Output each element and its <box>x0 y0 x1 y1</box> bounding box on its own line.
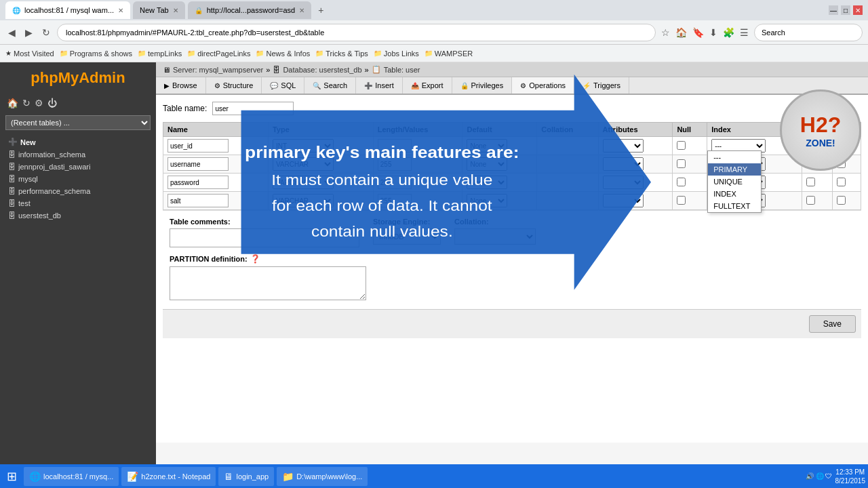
minimize-button[interactable]: — <box>829 5 838 15</box>
table-name-input[interactable] <box>212 102 294 115</box>
default-password[interactable]: None <box>467 176 507 189</box>
back-button[interactable]: ◀ <box>5 26 18 39</box>
download-icon[interactable]: ⬇ <box>708 26 719 39</box>
table-comments-input[interactable] <box>170 228 359 247</box>
tab-insert[interactable]: ➕ Insert <box>356 77 403 94</box>
field-name-username[interactable] <box>167 157 229 171</box>
field-name-password[interactable] <box>167 176 229 189</box>
default-userid[interactable]: None <box>467 139 507 152</box>
tab-close-second[interactable]: ✕ <box>299 7 304 14</box>
type-select-username[interactable]: VARCHARINT <box>273 157 334 171</box>
jobs-icon: 📁 <box>374 49 382 57</box>
attr-salt[interactable] <box>603 194 644 207</box>
attr-username[interactable] <box>603 157 644 171</box>
breadcrumb-table[interactable]: Table: user <box>384 66 420 74</box>
tab-close-new[interactable]: ✕ <box>173 7 178 14</box>
bookmark-jobs[interactable]: 📁 Jobs Links <box>374 49 419 58</box>
type-select-userid[interactable]: INTVARCHAR <box>273 139 334 152</box>
length-salt[interactable] <box>378 194 412 207</box>
tab-active[interactable]: 🌐 localhost:81 / mysql wam... ✕ <box>5 1 130 19</box>
pma-db-new[interactable]: ➕ New <box>0 136 156 148</box>
taskbar-item-3[interactable]: 📁 D:\wamp\www\log... <box>277 467 368 486</box>
start-button[interactable]: ⊞ <box>3 469 21 484</box>
tab-search[interactable]: 🔍 Search <box>304 77 356 94</box>
star-icon[interactable]: ☆ <box>660 26 671 39</box>
home-icon[interactable]: 🏠 <box>674 26 688 39</box>
co-salt[interactable] <box>837 196 846 205</box>
save-button[interactable]: Save <box>809 315 856 333</box>
length-username[interactable] <box>378 157 412 171</box>
bookmark-templinks[interactable]: 📁 tempLinks <box>138 49 182 58</box>
field-name-salt[interactable] <box>167 194 229 207</box>
tab-operations[interactable]: ⚙ Operations <box>512 77 574 95</box>
maximize-button[interactable]: □ <box>841 5 850 15</box>
collation-select[interactable] <box>454 228 536 245</box>
null-username[interactable] <box>677 159 686 168</box>
tab-export[interactable]: 📤 Export <box>403 77 452 94</box>
tab-close-active[interactable]: ✕ <box>118 7 123 14</box>
bookmark-programs[interactable]: 📁 Programs & shows <box>60 49 132 58</box>
bookmark-wampser[interactable]: 📁 WAMPSER <box>425 49 473 58</box>
index-option-primary[interactable]: PRIMARY <box>708 163 761 176</box>
address-input[interactable] <box>57 24 656 41</box>
tab-sql[interactable]: 💬 SQL <box>262 77 304 94</box>
tab-triggers[interactable]: ⚡ Triggers <box>574 77 629 94</box>
length-password[interactable] <box>378 176 412 189</box>
pma-db-jennproj[interactable]: 🗄 jennproj_dasti_sawari <box>0 161 156 173</box>
storage-engine-select[interactable]: InnoDB <box>373 228 441 245</box>
recent-tables-select[interactable]: (Recent tables) ... <box>5 115 151 130</box>
tab-privileges[interactable]: 🔒 Privileges <box>452 77 513 94</box>
pma-db-userstest[interactable]: 🗄 userstest_db <box>0 209 156 222</box>
pma-recent-dropdown[interactable]: (Recent tables) ... <box>5 115 151 130</box>
bookmark-most-visited[interactable]: ★ Most Visited <box>5 49 54 58</box>
bookmark-tricks[interactable]: 📁 Tricks & Tips <box>315 49 368 58</box>
partition-textarea[interactable] <box>170 266 366 300</box>
breadcrumb-database[interactable]: Database: userstest_db <box>283 66 361 74</box>
pma-db-mysql[interactable]: 🗄 mysql <box>0 173 156 185</box>
pma-db-information-schema[interactable]: 🗄 information_schema <box>0 148 156 161</box>
pma-db-test[interactable]: 🗄 test <box>0 197 156 209</box>
partition-help-icon[interactable]: ❓ <box>250 254 260 264</box>
null-userid[interactable] <box>677 141 686 150</box>
attr-userid[interactable] <box>603 139 644 152</box>
extensions-icon[interactable]: 🧩 <box>722 26 736 39</box>
index-option-unique[interactable]: UNIQUE <box>708 176 761 188</box>
null-password[interactable] <box>677 178 686 186</box>
ai-password[interactable] <box>806 178 815 186</box>
co-password[interactable] <box>837 178 846 186</box>
pma-exit-icon[interactable]: ⏻ <box>47 98 57 108</box>
pma-refresh-icon[interactable]: ↻ <box>22 98 31 108</box>
ai-salt[interactable] <box>806 196 815 205</box>
breadcrumb-server[interactable]: Server: mysql_wampserver <box>173 66 263 74</box>
null-salt[interactable] <box>677 196 686 205</box>
tab-browse[interactable]: ▶ Browse <box>156 77 206 94</box>
search-input[interactable] <box>754 24 863 41</box>
index-option-index[interactable]: INDEX <box>708 188 761 200</box>
default-username[interactable]: None <box>467 157 507 171</box>
forward-button[interactable]: ▶ <box>22 26 35 39</box>
bookmark-icon[interactable]: 🔖 <box>691 26 705 39</box>
pma-home-icon[interactable]: 🏠 <box>7 98 18 108</box>
bookmark-news[interactable]: 📁 News & Infos <box>256 49 310 58</box>
bookmark-directpagelinks[interactable]: 📁 directPageLinks <box>187 49 250 58</box>
pma-db-performance[interactable]: 🗄 performance_schema <box>0 185 156 197</box>
taskbar-item-1[interactable]: 📝 h2zone.txt - Notepad <box>121 467 216 486</box>
default-salt[interactable]: None <box>467 194 507 207</box>
type-select-salt[interactable]: VARCHARINT <box>273 194 334 207</box>
tab-second[interactable]: 🔒 http://local...password=asd ✕ <box>188 1 312 19</box>
type-select-password[interactable]: VARCHARINT <box>273 176 334 189</box>
reload-button[interactable]: ↻ <box>39 26 53 39</box>
index-option-dashes[interactable]: --- <box>708 151 761 163</box>
tab-structure[interactable]: ⚙ Structure <box>206 77 262 94</box>
field-name-userid[interactable] <box>167 139 229 152</box>
length-userid[interactable] <box>378 139 412 152</box>
menu-icon[interactable]: ☰ <box>738 26 750 39</box>
pma-settings-icon[interactable]: ⚙ <box>35 98 43 108</box>
taskbar-item-0[interactable]: 🌐 localhost:81 / mysq... <box>24 467 119 486</box>
tab-newtab[interactable]: New Tab ✕ <box>133 1 185 19</box>
close-button[interactable]: ✕ <box>853 5 863 15</box>
taskbar-item-2[interactable]: 🖥 login_app <box>218 467 274 486</box>
attr-password[interactable] <box>603 176 644 189</box>
new-tab-button[interactable]: + <box>314 3 328 17</box>
index-option-fulltext[interactable]: FULLTEXT <box>708 200 761 212</box>
